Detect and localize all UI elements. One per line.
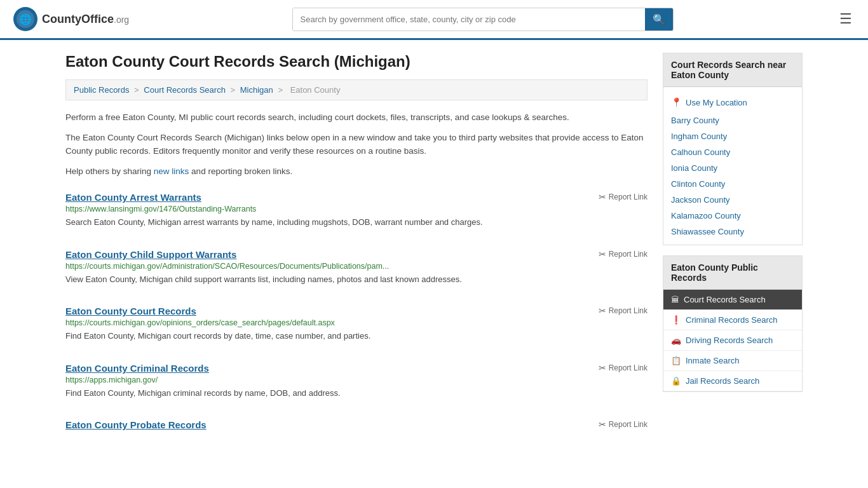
pub-records-label-2: Driving Records Search (686, 336, 773, 345)
result-desc-0: Search Eaton County, Michigan arrest war… (65, 216, 648, 229)
nearby-section: Court Records Search near Eaton County 📍… (663, 53, 803, 245)
results-container: Eaton County Arrest Warrants ✂ Report Li… (65, 192, 648, 438)
nearby-county-2[interactable]: Calhoun County (663, 144, 802, 160)
result-title-2[interactable]: Eaton County Court Records (65, 306, 196, 316)
result-header: Eaton County Criminal Records ✂ Report L… (65, 363, 648, 374)
breadcrumb-eaton-county: Eaton County (290, 85, 341, 95)
svg-text:🌐: 🌐 (19, 13, 32, 25)
pub-records-item-0: 🏛 Court Records Search (663, 290, 802, 310)
breadcrumb-michigan[interactable]: Michigan (240, 85, 273, 95)
nearby-counties-list: Barry CountyIngham CountyCalhoun CountyI… (663, 112, 802, 240)
sidebar: Court Records Search near Eaton County 📍… (663, 53, 803, 438)
pub-records-icon-1: ❗ (671, 315, 681, 325)
report-icon-3: ✂ (599, 363, 606, 373)
report-icon-1: ✂ (599, 249, 606, 259)
nearby-county-6[interactable]: Kalamazoo County (663, 208, 802, 224)
intro-paragraph-2: The Eaton County Court Records Search (M… (65, 131, 648, 158)
use-location-label: Use My Location (686, 98, 747, 107)
pub-records-link-3[interactable]: 📋 Inmate Search (663, 351, 802, 370)
result-header: Eaton County Arrest Warrants ✂ Report Li… (65, 192, 648, 203)
report-link-3[interactable]: ✂ Report Link (599, 363, 648, 373)
nearby-county-0[interactable]: Barry County (663, 112, 802, 128)
pub-records-item-4: 🔒 Jail Records Search (663, 371, 802, 391)
public-records-title: Eaton County Public Records (663, 256, 802, 290)
pub-records-label-4: Jail Records Search (686, 376, 759, 386)
result-item: Eaton County Child Support Warrants ✂ Re… (65, 249, 648, 292)
logo: 🌐 CountyOffice.org (13, 6, 129, 32)
logo-icon: 🌐 (13, 6, 38, 32)
result-title-1[interactable]: Eaton County Child Support Warrants (65, 249, 236, 260)
report-label-1: Report Link (609, 250, 648, 259)
result-item: Eaton County Court Records ✂ Report Link… (65, 306, 648, 349)
report-link-2[interactable]: ✂ Report Link (599, 306, 648, 316)
result-header: Eaton County Child Support Warrants ✂ Re… (65, 249, 648, 260)
result-url-1[interactable]: https://courts.michigan.gov/Administrati… (65, 262, 648, 271)
result-desc-3: Find Eaton County, Michigan criminal rec… (65, 387, 648, 400)
pub-records-item-1: ❗ Criminal Records Search (663, 310, 802, 330)
breadcrumb: Public Records > Court Records Search > … (65, 79, 648, 100)
location-icon: 📍 (671, 97, 682, 107)
breadcrumb-court-records-search[interactable]: Court Records Search (144, 85, 226, 95)
public-records-section: Eaton County Public Records 🏛 Court Reco… (663, 255, 803, 392)
pub-records-link-0[interactable]: 🏛 Court Records Search (663, 290, 802, 309)
pub-records-label-1: Criminal Records Search (686, 315, 778, 325)
pub-records-label-3: Inmate Search (686, 356, 740, 365)
nearby-title: Court Records Search near Eaton County (663, 53, 802, 87)
result-item: Eaton County Criminal Records ✂ Report L… (65, 363, 648, 406)
result-url-0[interactable]: https://www.lansingmi.gov/1476/Outstandi… (65, 205, 648, 214)
result-desc-1: View Eaton County, Michigan child suppor… (65, 273, 648, 286)
search-input[interactable] (293, 8, 645, 30)
pub-records-icon-3: 📋 (671, 356, 681, 365)
pub-records-item-3: 📋 Inmate Search (663, 351, 802, 371)
report-link-1[interactable]: ✂ Report Link (599, 249, 648, 259)
result-header: Eaton County Court Records ✂ Report Link (65, 306, 648, 316)
logo-text: CountyOffice.org (42, 13, 129, 26)
nearby-county-3[interactable]: Ionia County (663, 160, 802, 176)
pub-records-link-4[interactable]: 🔒 Jail Records Search (663, 371, 802, 391)
result-url-2[interactable]: https://courts.michigan.gov/opinions_ord… (65, 318, 648, 327)
search-wrapper: 🔍 (292, 8, 674, 31)
report-label-3: Report Link (609, 363, 648, 372)
main-wrapper: Eaton County Court Records Search (Michi… (53, 40, 815, 451)
result-title-3[interactable]: Eaton County Criminal Records (65, 363, 209, 374)
nearby-links: 📍 Use My Location Barry CountyIngham Cou… (663, 87, 802, 245)
pub-records-link-1[interactable]: ❗ Criminal Records Search (663, 310, 802, 330)
nearby-county-1[interactable]: Ingham County (663, 128, 802, 144)
intro3-post: and reporting broken links. (189, 166, 292, 176)
result-header: Eaton County Probate Records ✂ Report Li… (65, 419, 648, 430)
result-url-3[interactable]: https://apps.michigan.gov/ (65, 376, 648, 384)
report-icon-2: ✂ (599, 306, 606, 316)
nearby-county-4[interactable]: Clinton County (663, 176, 802, 192)
intro-paragraph-1: Perform a free Eaton County, MI public c… (65, 111, 648, 125)
menu-icon[interactable]: ☰ (836, 8, 855, 30)
search-area: 🔍 (292, 8, 674, 31)
report-icon-4: ✂ (599, 419, 606, 430)
result-title-0[interactable]: Eaton County Arrest Warrants (65, 192, 201, 203)
pub-records-icon-4: 🔒 (671, 376, 681, 386)
report-link-0[interactable]: ✂ Report Link (599, 192, 648, 202)
header: 🌐 CountyOffice.org 🔍 ☰ (0, 0, 868, 40)
pub-records-link-2[interactable]: 🚗 Driving Records Search (663, 330, 802, 350)
public-records-list: 🏛 Court Records Search ❗ Criminal Record… (663, 290, 802, 391)
content: Eaton County Court Records Search (Michi… (65, 53, 648, 438)
pub-records-label-0: Court Records Search (684, 295, 766, 304)
search-button[interactable]: 🔍 (645, 8, 673, 30)
search-icon: 🔍 (653, 14, 665, 25)
nearby-county-7[interactable]: Shiawassee County (663, 224, 802, 240)
report-label-4: Report Link (609, 420, 648, 429)
page-title: Eaton County Court Records Search (Michi… (65, 53, 648, 71)
result-title-4[interactable]: Eaton County Probate Records (65, 419, 207, 430)
report-label-2: Report Link (609, 306, 648, 315)
intro3-pre: Help others by sharing (65, 166, 154, 176)
new-links-link[interactable]: new links (154, 166, 189, 176)
result-desc-2: Find Eaton County, Michigan court record… (65, 330, 648, 342)
report-link-4[interactable]: ✂ Report Link (599, 419, 648, 430)
breadcrumb-public-records[interactable]: Public Records (74, 85, 129, 95)
result-item: Eaton County Arrest Warrants ✂ Report Li… (65, 192, 648, 235)
pub-records-item-2: 🚗 Driving Records Search (663, 330, 802, 351)
result-item: Eaton County Probate Records ✂ Report Li… (65, 419, 648, 438)
report-label-0: Report Link (609, 193, 648, 201)
pub-records-icon-0: 🏛 (671, 295, 679, 304)
use-location-link[interactable]: 📍 Use My Location (663, 92, 802, 112)
nearby-county-5[interactable]: Jackson County (663, 192, 802, 208)
